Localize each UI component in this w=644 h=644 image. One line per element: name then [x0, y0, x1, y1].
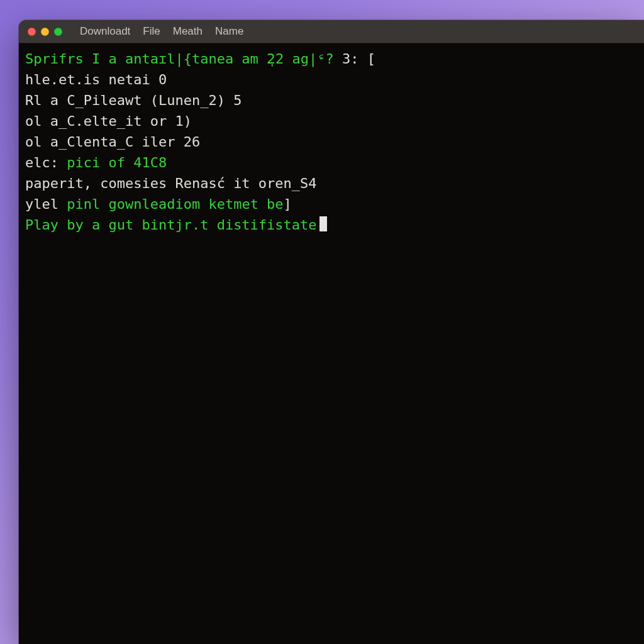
cursor-ibeam-icon: [ [367, 48, 375, 69]
terminal-output[interactable]: Sprifrs I a antaɪl|{tanea am 2ͅ2 ag|ᶝ? 3… [19, 43, 644, 644]
terminal-text: ol a_C.elte_it or 1) [25, 113, 192, 129]
terminal-text: Play by a gut bintjr.t distifistate [25, 217, 317, 233]
menu-name[interactable]: Name [210, 23, 248, 40]
terminal-text: paperit, comesies Renasć it oren_S4 [25, 175, 317, 191]
terminal-line: hle.et.is netai 0 [25, 69, 638, 90]
terminal-text: hle.et.is netai 0 [25, 72, 167, 87]
desktop-background: Downloadt File Meath Name Sprifrs I a an… [0, 0, 644, 644]
terminal-text: 3: [334, 51, 367, 67]
menu-downloadt[interactable]: Downloadt [75, 23, 135, 40]
terminal-text: elc: [25, 155, 67, 170]
terminal-line: ol a_Clenta_C iler 26 [25, 131, 638, 152]
menu-file[interactable]: File [138, 23, 165, 40]
terminal-line: paperit, comesies Renasć it oren_S4 [25, 173, 638, 194]
terminal-text: Sprifrs I a antaɪl|{tanea am 2ͅ2 ag|ᶝ? [25, 51, 334, 67]
close-icon[interactable] [28, 28, 36, 36]
terminal-text: ] [284, 196, 292, 212]
terminal-line: ylel pinl gownleadiom ketmet be] [25, 194, 638, 214]
traffic-lights [28, 28, 62, 36]
terminal-line: elc: pici of 41C8 [25, 152, 638, 173]
terminal-line: ol a_C.elte_it or 1) [25, 111, 638, 131]
terminal-window: Downloadt File Meath Name Sprifrs I a an… [19, 20, 644, 644]
menu-bar: Downloadt File Meath Name [75, 23, 248, 40]
terminal-text: ylel [25, 196, 67, 212]
zoom-icon[interactable] [54, 28, 62, 36]
terminal-text: pici of 41C8 [67, 155, 167, 170]
terminal-line: Rl a C_Pileawt (Lunen_2) 5 [25, 90, 638, 111]
terminal-text: pinl gownleadiom ketmet be [67, 196, 283, 212]
window-titlebar[interactable]: Downloadt File Meath Name [19, 20, 644, 43]
terminal-line: Sprifrs I a antaɪl|{tanea am 2ͅ2 ag|ᶝ? 3… [25, 48, 638, 69]
terminal-text: ol a_Clenta_C iler 26 [25, 134, 200, 150]
terminal-line: Play by a gut bintjr.t distifistate [25, 214, 638, 235]
cursor-block-icon [319, 216, 327, 231]
terminal-text: Rl a C_Pileawt (Lunen_2) 5 [25, 92, 242, 108]
menu-meath[interactable]: Meath [168, 23, 208, 40]
minimize-icon[interactable] [41, 28, 49, 36]
